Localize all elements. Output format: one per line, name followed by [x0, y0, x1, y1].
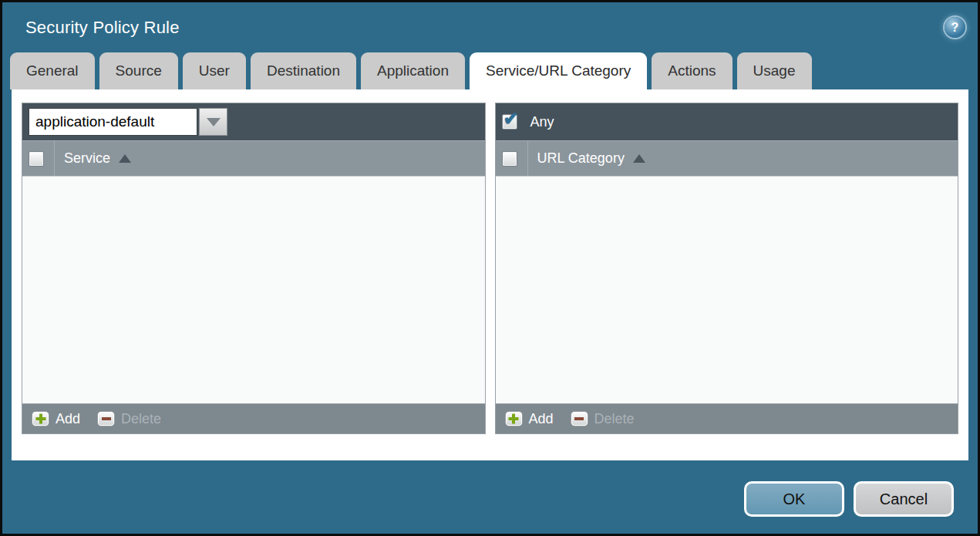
service-footer: Add Delete [22, 403, 485, 433]
ok-button[interactable]: OK [744, 481, 844, 517]
plus-icon [505, 411, 523, 426]
add-url-category-label: Add [529, 411, 554, 427]
url-category-column-label: URL Category [537, 150, 625, 167]
add-service-label: Add [56, 411, 80, 427]
sort-ascending-icon [119, 154, 131, 163]
any-checkbox[interactable] [502, 114, 517, 130]
url-category-footer: Add Delete [496, 403, 958, 433]
delete-service-label: Delete [121, 411, 161, 427]
dialog-actions: OK Cancel [744, 481, 954, 517]
add-url-category-button[interactable]: Add [505, 411, 554, 427]
url-category-table-header: URL Category [496, 140, 958, 177]
url-category-column-header[interactable]: URL Category [537, 150, 645, 167]
sort-ascending-icon [633, 154, 645, 163]
minus-icon [571, 411, 588, 426]
add-service-button[interactable]: Add [32, 411, 80, 427]
service-list [22, 177, 485, 403]
select-all-services-checkbox[interactable] [29, 151, 44, 167]
header-divider [527, 141, 528, 176]
tab-user[interactable]: User [183, 52, 246, 89]
url-category-list [496, 177, 958, 403]
tab-actions[interactable]: Actions [652, 52, 732, 89]
plus-icon [32, 411, 49, 426]
tab-general[interactable]: General [10, 52, 95, 89]
url-category-panel: Any URL Category Add Delete [495, 103, 959, 434]
service-column-header[interactable]: Service [64, 150, 131, 167]
service-panel: Service Add Delete [22, 103, 486, 434]
delete-service-button[interactable]: Delete [97, 411, 161, 427]
tab-destination[interactable]: Destination [251, 52, 356, 89]
security-policy-rule-dialog: Security Policy Rule ? General Source Us… [0, 0, 980, 536]
dialog-title: Security Policy Rule [25, 18, 180, 38]
service-table-header: Service [22, 140, 485, 177]
tab-bar: General Source User Destination Applicat… [2, 52, 978, 89]
tab-source[interactable]: Source [99, 52, 178, 89]
minus-icon [97, 411, 115, 426]
tab-content-service-url-category: Service Add Delete Any [12, 89, 968, 460]
url-category-toolbar: Any [496, 103, 958, 140]
tab-application[interactable]: Application [361, 52, 465, 89]
header-divider [54, 141, 55, 176]
service-type-input[interactable] [29, 108, 197, 136]
service-column-label: Service [64, 150, 110, 167]
tab-usage[interactable]: Usage [737, 52, 812, 89]
tab-service-url-category[interactable]: Service/URL Category [470, 52, 647, 89]
delete-url-category-button[interactable]: Delete [571, 411, 635, 427]
help-icon[interactable]: ? [945, 17, 965, 38]
any-label: Any [530, 114, 554, 130]
service-toolbar [22, 103, 485, 140]
chevron-down-icon [207, 118, 221, 126]
service-type-combobox [29, 108, 227, 136]
select-all-url-categories-checkbox[interactable] [502, 151, 517, 167]
titlebar: Security Policy Rule ? [2, 2, 978, 52]
service-type-dropdown-button[interactable] [199, 108, 227, 136]
cancel-button[interactable]: Cancel [854, 481, 954, 517]
delete-url-category-label: Delete [594, 411, 635, 427]
